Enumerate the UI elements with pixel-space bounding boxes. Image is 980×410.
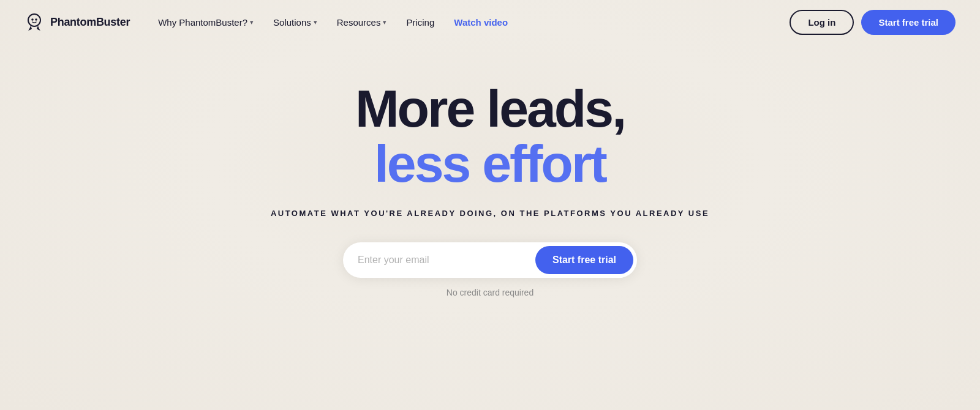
svg-point-2 [35, 18, 37, 21]
nav-label-resources: Resources [337, 17, 381, 28]
nav-label-pricing: Pricing [406, 17, 434, 28]
nav-label-solutions: Solutions [273, 17, 311, 28]
start-trial-hero-button[interactable]: Start free trial [535, 246, 633, 274]
svg-point-0 [28, 14, 40, 26]
hero-title-line2: less effort [355, 136, 625, 191]
start-trial-nav-button[interactable]: Start free trial [861, 10, 956, 35]
no-credit-card-text: No credit card required [447, 288, 533, 297]
nav-actions: Log in Start free trial [790, 10, 956, 35]
hero-title: More leads, less effort [355, 81, 625, 192]
nav-item-why[interactable]: Why PhantomBuster? ▾ [149, 12, 262, 32]
navbar: PhantomBuster Why PhantomBuster? ▾ Solut… [0, 0, 980, 44]
chevron-down-icon: ▾ [250, 18, 254, 26]
nav-item-watch-video[interactable]: Watch video [445, 12, 516, 32]
brand-name: PhantomBuster [50, 16, 130, 29]
nav-item-solutions[interactable]: Solutions ▾ [265, 12, 326, 32]
nav-item-pricing[interactable]: Pricing [398, 12, 443, 32]
hero-title-line1: More leads, [355, 79, 625, 138]
hero-section: More leads, less effort Automate what yo… [0, 44, 980, 322]
svg-point-1 [31, 18, 34, 21]
phantombuster-icon [24, 12, 44, 32]
nav-links: Why PhantomBuster? ▾ Solutions ▾ Resourc… [149, 12, 790, 32]
nav-label-watch-video: Watch video [454, 17, 508, 28]
nav-item-resources[interactable]: Resources ▾ [328, 12, 396, 32]
chevron-down-icon: ▾ [314, 18, 317, 26]
chevron-down-icon: ▾ [383, 18, 386, 26]
brand-logo[interactable]: PhantomBuster [24, 12, 130, 32]
hero-subtitle: Automate what you're already doing, on t… [271, 209, 709, 218]
email-input[interactable] [358, 255, 535, 266]
login-button[interactable]: Log in [790, 10, 854, 35]
nav-label-why: Why PhantomBuster? [158, 17, 247, 28]
hero-email-form: Start free trial [343, 242, 637, 278]
